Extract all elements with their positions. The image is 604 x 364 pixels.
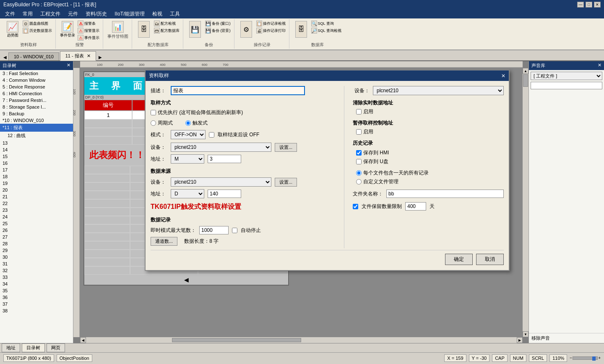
hscroll-right[interactable]: ▶ — [517, 337, 523, 343]
save-u-checkbox[interactable] — [356, 159, 362, 164]
sidebar-item-23[interactable]: 23 — [0, 207, 73, 213]
right-panel-dropdown[interactable]: [ 工程文件 ] — [531, 72, 602, 80]
data-device-select[interactable]: plcnet210 — [171, 177, 271, 187]
sidebar-item-report[interactable]: *11 : 报表 — [0, 124, 73, 132]
device-setup-btn[interactable]: 设置... — [275, 143, 297, 152]
auto-stop-checkbox[interactable] — [232, 228, 237, 233]
vscroll-up[interactable]: ▲ — [523, 68, 528, 74]
data-address-value[interactable] — [208, 190, 241, 198]
menu-common[interactable]: 常用 — [19, 10, 36, 18]
immediate-max-input[interactable] — [199, 226, 229, 234]
vscroll-thumb[interactable] — [523, 74, 528, 87]
sidebar-item-curve[interactable]: 12 : 曲线 — [0, 132, 73, 140]
sidebar-item-device-response[interactable]: 5 : Device Response — [0, 83, 73, 90]
folder-name-input[interactable] — [386, 190, 504, 198]
sidebar-item-15[interactable]: 15 — [0, 153, 73, 160]
radio-periodic[interactable] — [151, 120, 156, 126]
sidebar-item-17[interactable]: 17 — [0, 166, 73, 173]
sidebar-close[interactable]: ✕ — [67, 62, 70, 69]
menu-project[interactable]: 工程文件 — [37, 10, 64, 18]
sidebar-item-24[interactable]: 24 — [0, 213, 73, 220]
maximize-btn[interactable]: □ — [586, 2, 592, 8]
tab-window010[interactable]: 10 - WINDOW_010 — [8, 52, 59, 60]
mode-select[interactable]: OFF->ON — [171, 130, 206, 139]
close-btn[interactable]: ✕ — [594, 2, 601, 8]
btn-recipe-view[interactable]: 🗂 配方检视 — [153, 20, 180, 27]
radio-periodic-label[interactable]: 周期式 — [151, 120, 173, 127]
btn-alert-bar[interactable]: ⚠ 报警条 — [77, 20, 100, 27]
btn-event-log[interactable]: 📝 事件登录 — [59, 20, 76, 41]
sidebar-item-14[interactable]: 14 — [0, 146, 73, 153]
tab-close-report[interactable]: ✕ — [87, 53, 91, 58]
right-panel-close[interactable]: ✕ — [598, 62, 601, 69]
btn-disk-curve[interactable]: ⊙ 圆盘曲线图 — [22, 20, 53, 27]
sidebar-item-26[interactable]: 26 — [0, 227, 73, 234]
btn-recipe-db[interactable]: 🗄 — [135, 20, 152, 39]
menu-component[interactable]: 元件 — [65, 10, 81, 18]
sidebar-item-22[interactable]: 22 — [0, 200, 73, 207]
btn-db-server[interactable]: 🗄 — [293, 20, 310, 39]
sidebar-item-21[interactable]: 21 — [0, 193, 73, 200]
hscroll-left[interactable]: ◀ — [80, 337, 86, 343]
sidebar-item-28[interactable]: 28 — [0, 240, 73, 247]
sidebar-item-19[interactable]: 19 — [0, 180, 73, 187]
sidebar-item-31[interactable]: 31 — [0, 260, 73, 267]
sidebar-item-35[interactable]: 35 — [0, 287, 73, 294]
sidebar-item-34[interactable]: 34 — [0, 281, 73, 287]
tab-tree[interactable]: 目录树 — [22, 343, 45, 352]
sidebar-item-password[interactable]: 7 : Password Restri... — [0, 97, 73, 104]
data-setup-btn[interactable]: 设置... — [275, 178, 297, 187]
minimize-btn[interactable]: — — [577, 2, 584, 8]
ok-button[interactable]: 确定 — [445, 254, 473, 265]
sidebar-item-storage[interactable]: 8 : Storage Space I... — [0, 104, 73, 110]
btn-sql-query-view[interactable]: 🔎 SQL 查询检视 — [310, 27, 342, 34]
description-input[interactable] — [171, 86, 305, 95]
radio-custom-file[interactable] — [356, 179, 362, 185]
radio-trigger[interactable] — [185, 120, 191, 126]
address-value-input[interactable] — [208, 155, 241, 163]
sidebar-item-25[interactable]: 25 — [0, 220, 73, 227]
data-address-prefix[interactable]: D — [171, 189, 204, 198]
sidebar-item-fast-selection[interactable]: 3 : Fast Selection — [0, 70, 73, 77]
pause-checkbox[interactable] — [356, 129, 362, 135]
btn-recipe-data[interactable]: 🗃 配方数据库 — [153, 27, 180, 34]
channel-btn[interactable]: 通道数... — [151, 237, 177, 246]
hscrollbar[interactable]: ◀ ▶ — [80, 337, 523, 343]
sidebar-item-18[interactable]: 18 — [0, 173, 73, 180]
sidebar-item-backup[interactable]: 9 : Backup — [0, 110, 73, 117]
tab-web[interactable]: 网页 — [47, 343, 65, 352]
file-limit-input[interactable] — [405, 202, 426, 211]
device-select[interactable]: plcnet210 — [171, 143, 271, 152]
sidebar-item-37[interactable]: 37 — [0, 301, 73, 307]
menu-view[interactable]: 检视 — [149, 10, 166, 18]
zoom-slider-thumb[interactable] — [592, 356, 596, 361]
btn-event-display[interactable]: ⚠ 事件显示 — [77, 34, 100, 41]
save-hmi-checkbox[interactable] — [356, 150, 362, 156]
sidebar-item-common-window[interactable]: 4 : Common Window — [0, 77, 73, 83]
sidebar-item-38[interactable]: 38 — [0, 307, 73, 314]
sidebar-item-hmi-connection[interactable]: 6 : HMI Connection — [0, 90, 73, 97]
radio-file-per-day[interactable] — [356, 170, 362, 176]
hscroll-thumb[interactable] — [172, 338, 301, 342]
priority-checkbox[interactable] — [151, 110, 156, 115]
sidebar-item-13[interactable]: 13 — [0, 140, 73, 146]
sidebar-item-36[interactable]: 36 — [0, 294, 73, 301]
sidebar-item-20[interactable]: 20 — [0, 187, 73, 193]
zoom-slider-track[interactable] — [573, 356, 598, 360]
clear-rt-checkbox[interactable] — [356, 109, 362, 114]
tab-nav-right[interactable]: ▶ — [97, 54, 104, 60]
btn-backup[interactable]: 💾 — [187, 20, 203, 39]
sidebar-item-window010[interactable]: *10 : WINDOW_010 — [0, 117, 73, 124]
menu-file[interactable]: 文件 — [2, 10, 18, 18]
sidebar-item-32[interactable]: 32 — [0, 267, 73, 274]
device-right-select[interactable]: plcnet210 — [373, 86, 504, 95]
cancel-button[interactable]: 取消 — [476, 254, 504, 265]
dialog-close-btn[interactable]: ✕ — [501, 73, 505, 79]
menu-data-history[interactable]: 资料/历史 — [82, 10, 110, 18]
vscroll-down[interactable]: ▼ — [523, 331, 528, 337]
sidebar-item-29[interactable]: 29 — [0, 247, 73, 254]
tab-address[interactable]: 地址 — [2, 343, 20, 352]
table-nav-left[interactable]: ◀ — [84, 275, 288, 285]
sidebar-item-27[interactable]: 27 — [0, 234, 73, 240]
menu-iiot[interactable]: IIoT/能源管理 — [111, 10, 148, 18]
